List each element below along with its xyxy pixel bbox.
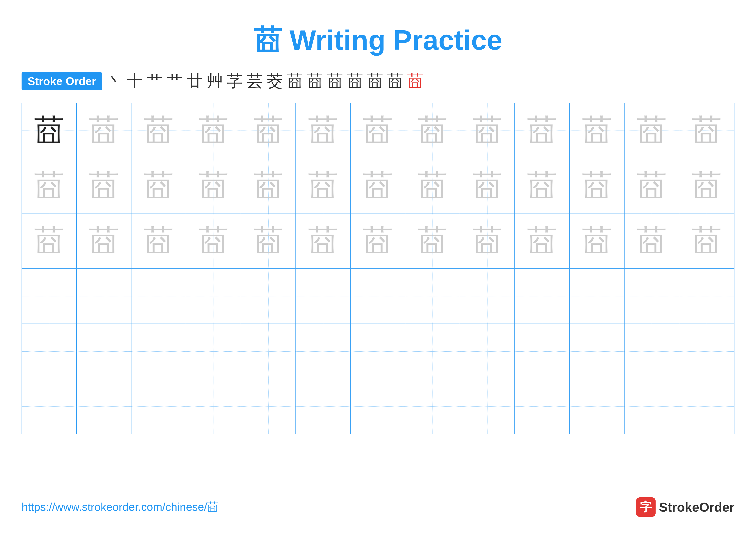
grid-cell-3-10[interactable]: 莔 bbox=[515, 214, 570, 268]
grid-cell-2-6[interactable]: 莔 bbox=[296, 158, 351, 213]
grid-cell-3-13[interactable]: 莔 bbox=[679, 214, 734, 268]
grid-cell-3-11[interactable]: 莔 bbox=[570, 214, 625, 268]
grid-cell-2-3[interactable]: 莔 bbox=[131, 158, 186, 213]
grid-row-6 bbox=[22, 379, 734, 434]
grid-cell-3-8[interactable]: 莔 bbox=[405, 214, 460, 268]
grid-cell-3-3[interactable]: 莔 bbox=[131, 214, 186, 268]
grid-cell-4-7[interactable] bbox=[351, 268, 405, 323]
grid-cell-1-3[interactable]: 莔 bbox=[131, 103, 186, 158]
grid-cell-1-4[interactable]: 莔 bbox=[186, 103, 241, 158]
grid-cell-3-5[interactable]: 莔 bbox=[241, 214, 296, 268]
logo-char: 字 bbox=[640, 499, 652, 515]
grid-cell-5-5[interactable] bbox=[241, 324, 296, 379]
grid-cell-2-13[interactable]: 莔 bbox=[679, 158, 734, 213]
page: 莔 Writing Practice Stroke Order 丶 十 艹 艹 … bbox=[0, 0, 756, 534]
stroke-13: 莔 bbox=[347, 70, 363, 92]
grid-cell-6-11[interactable] bbox=[570, 379, 625, 434]
grid-cell-2-10[interactable]: 莔 bbox=[515, 158, 570, 213]
grid-cell-2-11[interactable]: 莔 bbox=[570, 158, 625, 213]
grid-cell-5-4[interactable] bbox=[186, 324, 241, 379]
grid-cell-5-3[interactable] bbox=[131, 324, 186, 379]
stroke-9: 茭 bbox=[267, 70, 283, 92]
grid-cell-5-10[interactable] bbox=[515, 324, 570, 379]
grid-cell-4-8[interactable] bbox=[405, 268, 460, 323]
grid-cell-1-5[interactable]: 莔 bbox=[241, 103, 296, 158]
footer: https://www.strokeorder.com/chinese/莔 字 … bbox=[21, 497, 735, 517]
grid-cell-1-13[interactable]: 莔 bbox=[679, 103, 734, 158]
stroke-14: 莔 bbox=[367, 70, 383, 92]
grid-cell-2-2[interactable]: 莔 bbox=[77, 158, 131, 213]
grid-cell-1-1[interactable]: 莔 bbox=[22, 103, 77, 158]
grid-cell-6-10[interactable] bbox=[515, 379, 570, 434]
stroke-10: 莔 bbox=[287, 70, 303, 92]
grid-cell-5-2[interactable] bbox=[77, 324, 131, 379]
grid-cell-1-7[interactable]: 莔 bbox=[351, 103, 405, 158]
grid-cell-4-11[interactable] bbox=[570, 268, 625, 323]
grid-cell-1-2[interactable]: 莔 bbox=[77, 103, 131, 158]
grid-cell-2-8[interactable]: 莔 bbox=[405, 158, 460, 213]
grid-cell-1-9[interactable]: 莔 bbox=[460, 103, 515, 158]
grid-cell-6-9[interactable] bbox=[460, 379, 515, 434]
stroke-order-row: Stroke Order 丶 十 艹 艹 廿 艸 芓 芸 茭 莔 莔 莔 莔 莔… bbox=[21, 70, 735, 92]
grid-cell-6-3[interactable] bbox=[131, 379, 186, 434]
grid-row-4 bbox=[22, 268, 734, 324]
grid-cell-6-5[interactable] bbox=[241, 379, 296, 434]
grid-row-1: 莔 莔 莔 莔 莔 莔 莔 莔 莔 莔 莔 莔 莔 bbox=[22, 103, 734, 158]
footer-url: https://www.strokeorder.com/chinese/莔 bbox=[21, 499, 218, 515]
grid-cell-3-9[interactable]: 莔 bbox=[460, 214, 515, 268]
grid-cell-2-4[interactable]: 莔 bbox=[186, 158, 241, 213]
grid-cell-1-6[interactable]: 莔 bbox=[296, 103, 351, 158]
grid-cell-6-4[interactable] bbox=[186, 379, 241, 434]
grid-cell-2-12[interactable]: 莔 bbox=[625, 158, 679, 213]
grid-cell-6-1[interactable] bbox=[22, 379, 77, 434]
grid-cell-5-6[interactable] bbox=[296, 324, 351, 379]
grid-cell-4-12[interactable] bbox=[625, 268, 679, 323]
strokeorder-logo-icon: 字 bbox=[636, 497, 656, 517]
grid-cell-5-7[interactable] bbox=[351, 324, 405, 379]
grid-cell-1-12[interactable]: 莔 bbox=[625, 103, 679, 158]
grid-cell-5-12[interactable] bbox=[625, 324, 679, 379]
practice-grid: 莔 莔 莔 莔 莔 莔 莔 莔 莔 莔 莔 莔 莔 莔 莔 莔 莔 莔 莔 莔 … bbox=[21, 103, 735, 434]
grid-cell-2-5[interactable]: 莔 bbox=[241, 158, 296, 213]
grid-cell-4-9[interactable] bbox=[460, 268, 515, 323]
grid-cell-2-1[interactable]: 莔 bbox=[22, 158, 77, 213]
grid-cell-4-5[interactable] bbox=[241, 268, 296, 323]
stroke-7: 芓 bbox=[227, 70, 243, 92]
grid-cell-4-1[interactable] bbox=[22, 268, 77, 323]
title-writing-practice: Writing Practice bbox=[289, 24, 502, 56]
grid-cell-1-11[interactable]: 莔 bbox=[570, 103, 625, 158]
grid-cell-4-3[interactable] bbox=[131, 268, 186, 323]
stroke-8: 芸 bbox=[247, 70, 263, 92]
grid-cell-1-10[interactable]: 莔 bbox=[515, 103, 570, 158]
grid-cell-4-10[interactable] bbox=[515, 268, 570, 323]
grid-cell-2-7[interactable]: 莔 bbox=[351, 158, 405, 213]
grid-cell-1-8[interactable]: 莔 bbox=[405, 103, 460, 158]
page-title: 莔 Writing Practice bbox=[254, 24, 502, 56]
grid-cell-5-11[interactable] bbox=[570, 324, 625, 379]
grid-cell-6-7[interactable] bbox=[351, 379, 405, 434]
grid-cell-3-4[interactable]: 莔 bbox=[186, 214, 241, 268]
stroke-1: 丶 bbox=[106, 70, 122, 92]
grid-cell-6-2[interactable] bbox=[77, 379, 131, 434]
grid-cell-5-9[interactable] bbox=[460, 324, 515, 379]
grid-cell-4-2[interactable] bbox=[77, 268, 131, 323]
grid-cell-3-2[interactable]: 莔 bbox=[77, 214, 131, 268]
grid-cell-5-8[interactable] bbox=[405, 324, 460, 379]
grid-cell-5-1[interactable] bbox=[22, 324, 77, 379]
grid-cell-6-8[interactable] bbox=[405, 379, 460, 434]
grid-cell-5-13[interactable] bbox=[679, 324, 734, 379]
stroke-4: 艹 bbox=[167, 70, 183, 92]
grid-cell-6-12[interactable] bbox=[625, 379, 679, 434]
grid-cell-6-6[interactable] bbox=[296, 379, 351, 434]
grid-cell-4-6[interactable] bbox=[296, 268, 351, 323]
grid-cell-6-13[interactable] bbox=[679, 379, 734, 434]
grid-cell-3-6[interactable]: 莔 bbox=[296, 214, 351, 268]
grid-cell-2-9[interactable]: 莔 bbox=[460, 158, 515, 213]
stroke-2: 十 bbox=[126, 70, 143, 92]
grid-cell-3-12[interactable]: 莔 bbox=[625, 214, 679, 268]
grid-cell-3-7[interactable]: 莔 bbox=[351, 214, 405, 268]
grid-cell-3-1[interactable]: 莔 bbox=[22, 214, 77, 268]
grid-cell-4-13[interactable] bbox=[679, 268, 734, 323]
title-char: 莔 bbox=[254, 25, 282, 56]
grid-cell-4-4[interactable] bbox=[186, 268, 241, 323]
